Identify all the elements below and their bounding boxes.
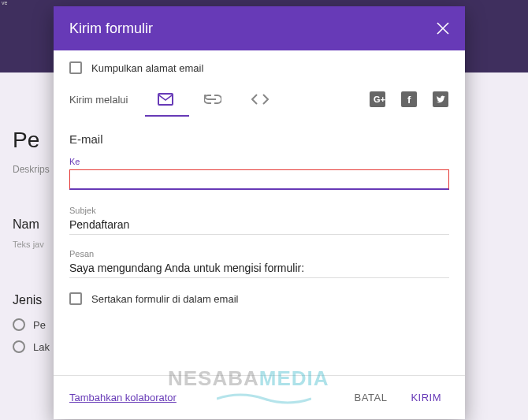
subject-input[interactable]: Pendaftaran	[69, 218, 449, 235]
send-button[interactable]: KIRIM	[403, 387, 449, 408]
modal-header: Kirim formulir	[54, 6, 465, 50]
send-form-modal: Kirim formulir Kumpulkan alamat email Ki…	[54, 6, 465, 419]
message-input[interactable]: Saya mengundang Anda untuk mengisi formu…	[69, 262, 449, 278]
facebook-icon: f	[401, 91, 417, 107]
code-icon	[251, 94, 269, 105]
modal-title: Kirim formulir	[69, 20, 153, 37]
share-facebook[interactable]: f	[400, 91, 418, 108]
include-form-row[interactable]: Sertakan formulir di dalam email	[69, 292, 449, 305]
tab-link[interactable]	[200, 88, 225, 110]
share-twitter[interactable]	[432, 91, 449, 108]
subject-label: Subjek	[69, 206, 449, 215]
bg-radio-label-1: Pe	[33, 319, 46, 331]
modal-footer: Tambahkan kolaborator BATAL KIRIM	[54, 375, 465, 419]
send-via-tabs	[153, 88, 369, 110]
send-via-row: Kirim melalui G+ f	[69, 88, 449, 110]
message-label: Pesan	[69, 249, 449, 258]
share-googleplus[interactable]: G+	[369, 91, 386, 108]
to-input[interactable]	[69, 169, 449, 190]
twitter-icon	[433, 91, 448, 107]
social-share: G+ f	[369, 91, 449, 108]
radio-icon	[13, 340, 25, 353]
email-icon	[158, 93, 173, 106]
tab-underline	[145, 115, 189, 117]
cancel-button[interactable]: BATAL	[347, 387, 396, 408]
add-collaborators-link[interactable]: Tambahkan kolaborator	[69, 392, 177, 403]
bg-radio-label-2: Lak	[33, 341, 50, 353]
modal-body: Kumpulkan alamat email Kirim melalui G+	[54, 50, 465, 375]
send-via-label: Kirim melalui	[69, 94, 128, 106]
googleplus-icon: G+	[370, 91, 385, 107]
to-label: Ke	[69, 157, 449, 166]
svg-text:f: f	[407, 94, 411, 106]
close-icon	[437, 22, 449, 35]
checkbox-icon	[69, 61, 82, 74]
tab-embed[interactable]	[247, 88, 273, 110]
radio-icon	[13, 318, 25, 331]
svg-text:G+: G+	[374, 95, 385, 104]
bg-topbar-text: ve	[0, 0, 24, 8]
tab-email[interactable]	[153, 88, 178, 110]
collect-emails-row[interactable]: Kumpulkan alamat email	[69, 61, 449, 74]
checkbox-icon	[69, 292, 82, 305]
link-icon	[204, 95, 221, 104]
close-button[interactable]	[437, 22, 449, 35]
email-section-title: E-mail	[69, 132, 449, 146]
collect-emails-label: Kumpulkan alamat email	[91, 62, 203, 74]
include-form-label: Sertakan formulir di dalam email	[91, 293, 238, 305]
